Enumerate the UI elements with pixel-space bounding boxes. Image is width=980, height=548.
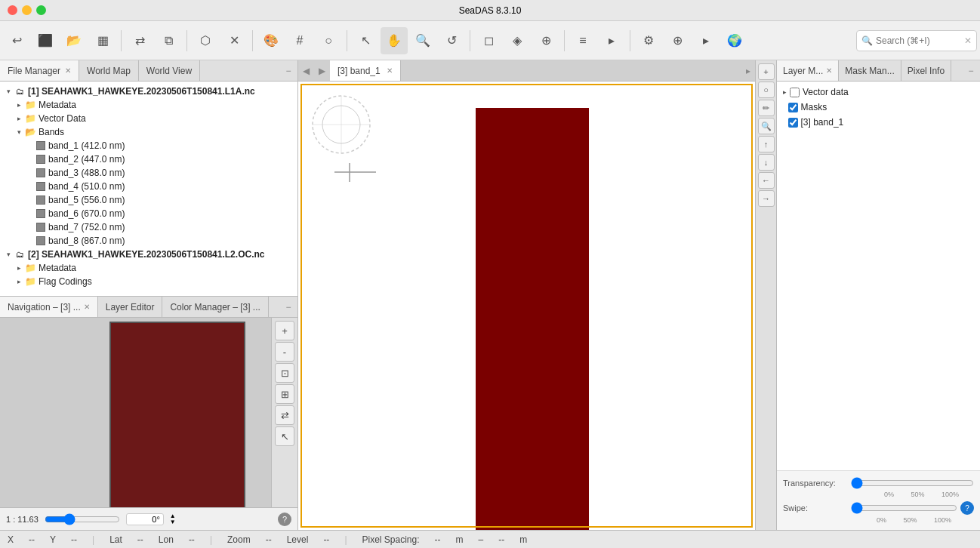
tree-label-band5: band_5 (556.0 nm)	[48, 195, 125, 205]
tree-band2[interactable]: band_2 (447.0 nm)	[0, 152, 297, 166]
nav-zoom-out-btn[interactable]: -	[275, 342, 294, 362]
tab-navigation[interactable]: Navigation – [3] ... ✕	[0, 297, 98, 317]
toolbar-color-btn[interactable]: 🎨	[257, 27, 285, 54]
layer-checkbox-vector[interactable]	[790, 88, 800, 97]
toolbar-extra1-btn[interactable]: ⚙	[635, 27, 662, 54]
toolbar-shape-btn[interactable]: ⬡	[192, 27, 219, 54]
toolbar-grid2-btn[interactable]: #	[286, 27, 313, 54]
zoom-slider[interactable]	[45, 513, 120, 525]
close-button[interactable]	[8, 5, 17, 15]
tab-world-view[interactable]: World View	[139, 60, 200, 81]
search-input[interactable]	[876, 35, 961, 46]
zoom-angle-spinners[interactable]: ▲ ▼	[170, 513, 176, 525]
layer-checkbox-band1[interactable]	[788, 118, 798, 128]
tree-root-2[interactable]: ▾ 🗂 [2] SEAHAWK1_HAWKEYE.20230506T150841…	[0, 248, 297, 261]
nav-zoom-in-btn[interactable]: +	[275, 321, 294, 340]
maximize-button[interactable]	[36, 5, 46, 15]
tree-band4[interactable]: band_4 (510.0 nm)	[0, 180, 297, 193]
right-act-circle[interactable]: ○	[758, 82, 775, 98]
toolbar-rect-btn[interactable]: ◻	[475, 27, 502, 54]
app-title: SeaDAS 8.3.10	[459, 5, 522, 16]
tree-band1[interactable]: band_1 (412.0 nm)	[0, 139, 297, 152]
nav-sync-btn[interactable]: ⇄	[275, 405, 294, 425]
tab-navigation-close[interactable]: ✕	[84, 303, 90, 311]
swipe-slider[interactable]	[851, 502, 957, 514]
toolbar-sep3	[252, 30, 253, 51]
toolbar-zoom-btn[interactable]: 🔍	[409, 27, 436, 54]
image-area[interactable]	[298, 82, 755, 530]
toolbar-new-btn[interactable]: ⬛	[32, 27, 59, 54]
tree-vectordata-1[interactable]: ▸ 📁 Vector Data	[0, 112, 297, 125]
tab-pixel-info-label: Pixel Info	[908, 66, 945, 76]
bottom-panel-minimize[interactable]: −	[279, 297, 297, 317]
tree-band8[interactable]: band_8 (867.0 nm)	[0, 234, 297, 248]
center-panel-menu[interactable]: ▸	[741, 60, 755, 81]
toolbar-rotate-btn[interactable]: ↺	[438, 27, 465, 54]
tab-pixel-info[interactable]: Pixel Info	[901, 60, 951, 81]
right-act-right[interactable]: →	[758, 190, 775, 207]
toolbar-back-btn[interactable]: ↩	[3, 27, 30, 54]
toolbar-search-box[interactable]: 🔍 ✕	[856, 30, 977, 51]
tab-layer-editor[interactable]: Layer Editor	[98, 297, 163, 317]
toolbar-menu-btn[interactable]: ≡	[569, 27, 596, 54]
right-act-up[interactable]: ↑	[758, 136, 775, 152]
status-pixel-label: Pixel Spacing:	[362, 534, 420, 545]
toolbar-extra2-btn[interactable]: ⊕	[664, 27, 691, 54]
tab-file-manager-close[interactable]: ✕	[65, 66, 71, 75]
right-act-brush[interactable]: ✏	[758, 100, 775, 116]
tab-world-map[interactable]: World Map	[79, 60, 139, 81]
tab-file-manager[interactable]: File Manager ✕	[0, 60, 79, 81]
toolbar-clear-btn[interactable]: ✕	[220, 27, 248, 54]
tree-band5[interactable]: band_5 (556.0 nm)	[0, 193, 297, 207]
layer-checkbox-masks[interactable]	[788, 103, 798, 112]
right-panel-minimize[interactable]: −	[962, 60, 980, 81]
tab-layer-manager-close[interactable]: ✕	[826, 66, 832, 75]
nav-1to1-btn[interactable]: ⊞	[275, 384, 294, 404]
right-act-down[interactable]: ↓	[758, 154, 775, 171]
center-nav-right[interactable]: ▶	[314, 60, 330, 81]
tree-label-root2: [2] SEAHAWK1_HAWKEYE.20230506T150841.L2.…	[28, 249, 264, 260]
layer-item-masks[interactable]: Masks	[777, 100, 980, 115]
toolbar-grid-btn[interactable]: ▦	[89, 27, 116, 54]
tab-color-manager[interactable]: Color Manager – [3] ...	[162, 297, 268, 317]
tree-band7[interactable]: band_7 (752.0 nm)	[0, 220, 297, 234]
nav-cursor-btn[interactable]: ↖	[275, 426, 294, 446]
tree-flagcodings[interactable]: ▸ 📁 Flag Codings	[0, 275, 297, 288]
tab-mask-manager[interactable]: Mask Man...	[839, 60, 901, 81]
center-nav-left[interactable]: ◀	[298, 60, 314, 81]
tab-band1-view[interactable]: [3] band_1 ✕	[330, 60, 401, 81]
toolbar-pin-btn[interactable]: ⊕	[532, 27, 559, 54]
toolbar-import-btn[interactable]: ⇄	[126, 27, 153, 54]
right-act-left[interactable]: ←	[758, 172, 775, 189]
tree-root-1[interactable]: ▾ 🗂 [1] SEAHAWK1_HAWKEYE.20230506T150841…	[0, 85, 297, 98]
toolbar-more-btn[interactable]: ▸	[598, 27, 625, 54]
zoom-angle-input[interactable]	[126, 513, 164, 525]
tree-metadata-1[interactable]: ▸ 📁 Metadata	[0, 98, 297, 112]
minimize-button[interactable]	[22, 5, 32, 15]
toolbar-window-btn[interactable]: ⧉	[155, 27, 182, 54]
toolbar-open-btn[interactable]: 📂	[60, 27, 88, 54]
left-panel-minimize[interactable]: −	[279, 60, 297, 81]
tree-bands-1[interactable]: ▾ 📂 Bands	[0, 125, 297, 139]
toolbar-pan-btn[interactable]: ✋	[381, 27, 408, 54]
right-act-plus[interactable]: +	[758, 63, 775, 80]
toolbar-extra3-btn[interactable]: ▸	[692, 27, 720, 54]
tab-band1-close[interactable]: ✕	[387, 66, 393, 75]
search-clear-icon[interactable]: ✕	[964, 35, 972, 46]
tree-band6[interactable]: band_6 (670.0 nm)	[0, 207, 297, 220]
tree-band3[interactable]: band_3 (488.0 nm)	[0, 166, 297, 180]
toolbar-circle-btn[interactable]: ○	[315, 27, 342, 54]
toolbar-extra4-btn[interactable]: 🌍	[721, 27, 748, 54]
layer-item-band1[interactable]: [3] band_1	[777, 115, 980, 130]
tab-layer-manager[interactable]: Layer M... ✕	[777, 60, 839, 81]
tree-metadata-2[interactable]: ▸ 📁 Metadata	[0, 261, 297, 275]
transparency-slider[interactable]	[851, 477, 974, 489]
zoom-help-btn[interactable]: ?	[278, 513, 291, 526]
swipe-help-btn[interactable]: ?	[960, 501, 974, 515]
nav-fit-btn[interactable]: ⊡	[275, 363, 294, 383]
layer-item-vector[interactable]: ▸ Vector data	[777, 85, 980, 100]
tree-label-vec1: Vector Data	[39, 113, 86, 124]
toolbar-poly-btn[interactable]: ◈	[504, 27, 531, 54]
toolbar-select-btn[interactable]: ↖	[352, 27, 379, 54]
right-act-search[interactable]: 🔍	[758, 118, 775, 134]
